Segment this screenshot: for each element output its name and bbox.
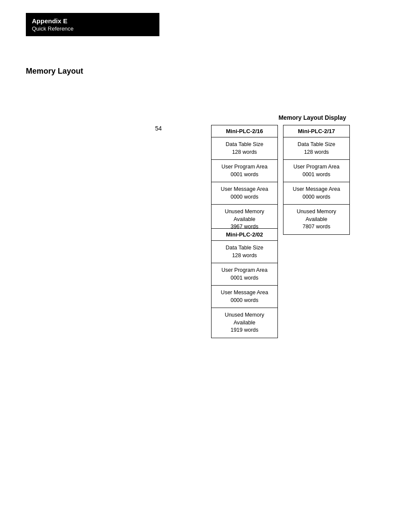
section-title: Memory Layout <box>26 67 83 76</box>
top-tables-row: Mini-PLC-2/16 Data Table Size128 words U… <box>211 125 355 235</box>
plc-table-2-16-header: Mini-PLC-2/16 <box>212 125 277 137</box>
plc-table-2-02-cell-3: User Message Area0000 words <box>212 286 277 308</box>
plc-table-2-17-cell-3: User Message Area0000 words <box>283 182 349 205</box>
plc-table-2-02-cell-2: User Program Area0001 words <box>212 263 277 286</box>
plc-table-2-16-cell-2: User Program Area0001 words <box>212 160 277 182</box>
header-box: Appendix E Quick Reference <box>26 13 159 36</box>
plc-table-2-17-cell-4: Unused MemoryAvailable7807 words <box>283 205 349 234</box>
plc-table-2-02-cell-4: Unused MemoryAvailable1919 words <box>212 308 277 338</box>
plc-table-2-16-cell-3: User Message Area0000 words <box>212 182 277 205</box>
appendix-label: Appendix E <box>32 17 153 25</box>
plc-table-2-02: Mini-PLC-2/02 Data Table Size128 words U… <box>211 228 278 338</box>
plc-table-2-17-cell-2: User Program Area0001 words <box>283 160 349 182</box>
subtitle-label: Quick Reference <box>32 25 153 32</box>
plc-table-2-17: Mini-PLC-2/17 Data Table Size128 words U… <box>283 125 350 235</box>
plc-table-2-16-cell-1: Data Table Size128 words <box>212 137 277 160</box>
plc-table-2-17-header: Mini-PLC-2/17 <box>283 125 349 137</box>
page-number: 54 <box>155 125 162 132</box>
plc-table-2-02-header: Mini-PLC-2/02 <box>212 229 277 241</box>
plc-table-2-16: Mini-PLC-2/16 Data Table Size128 words U… <box>211 125 278 235</box>
plc-table-2-17-cell-1: Data Table Size128 words <box>283 137 349 160</box>
display-label: Memory Layout Display <box>211 114 411 121</box>
plc-table-2-02-cell-1: Data Table Size128 words <box>212 241 277 263</box>
bottom-tables-row: Mini-PLC-2/02 Data Table Size128 words U… <box>211 228 283 338</box>
